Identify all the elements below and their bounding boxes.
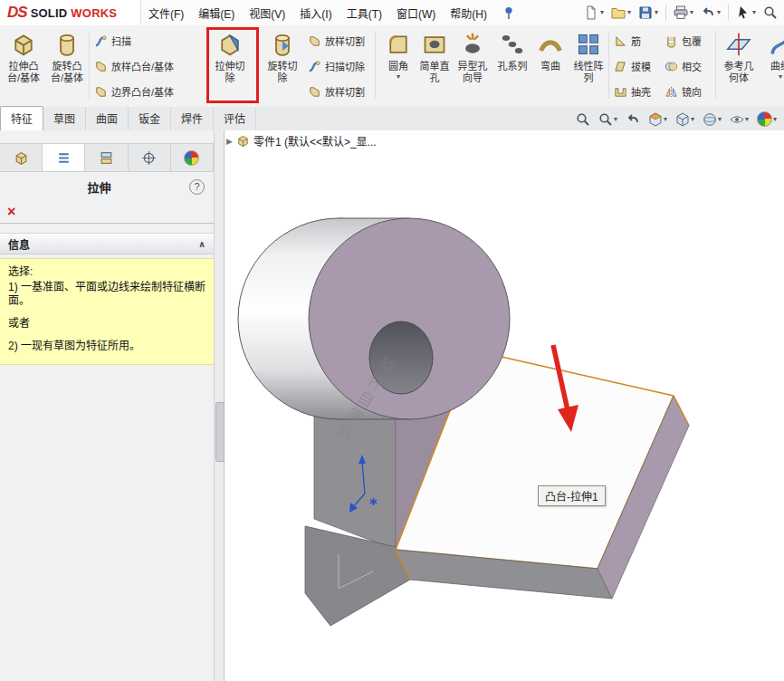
select-button[interactable]: ▾	[733, 4, 759, 22]
panel-scrollbar[interactable]	[214, 130, 225, 681]
zoom-to-fit-button[interactable]	[574, 111, 592, 128]
hole-series-button[interactable]: 孔系列	[492, 28, 532, 104]
menu-window[interactable]: 窗口(W)	[389, 2, 443, 24]
dimxpert-manager-tab[interactable]	[129, 144, 171, 171]
print-button[interactable]: ▾	[671, 4, 696, 22]
flex-button[interactable]: 弯曲	[531, 28, 570, 104]
edit-appearance-button[interactable]: ▾	[755, 110, 779, 128]
reference-geometry-icon	[726, 28, 751, 61]
display-manager-tab[interactable]	[171, 144, 214, 171]
feature-tree-flyout[interactable]: ▶ 零件1 (默认<<默认>_显...	[226, 133, 377, 149]
toolbar-separator	[728, 5, 729, 21]
solidworks-logo: DS SOLIDWORKS	[0, 0, 141, 25]
save-button[interactable]: ▾	[636, 4, 661, 22]
dropdown-arrow-icon[interactable]: ▾	[627, 9, 631, 16]
feature-manager-tab[interactable]	[0, 144, 43, 171]
zoom-button[interactable]	[760, 4, 780, 22]
revolved-cut-button[interactable]: 旋转切 除	[263, 28, 302, 104]
button-label: 线性阵	[574, 61, 604, 72]
view-orientation-button[interactable]: ▾	[674, 111, 696, 128]
menu-view[interactable]: 视图(V)	[242, 2, 292, 24]
model-3d[interactable]	[238, 218, 689, 626]
open-button[interactable]: ▾	[608, 4, 634, 22]
rib-item[interactable]: 筋	[614, 30, 661, 52]
intersect-item[interactable]: 相交	[664, 55, 715, 77]
menu-help[interactable]: 帮助(H)	[443, 2, 494, 24]
heads-up-view-toolbar: ▾ ▾ ▾ ▾ ▾ ▾	[574, 110, 784, 130]
section-view-button[interactable]: ▾	[646, 111, 669, 128]
tab-weldments[interactable]: 焊件	[171, 107, 214, 130]
ribbon-separator	[89, 32, 90, 99]
dropdown-arrow-icon[interactable]: ▾	[691, 116, 694, 123]
menu-edit[interactable]: 编辑(E)	[191, 2, 242, 24]
printer-icon	[674, 5, 688, 20]
menu-insert[interactable]: 插入(I)	[292, 2, 339, 24]
lofted-cut-item[interactable]: 放样切割	[308, 30, 380, 52]
boundary-cut-item[interactable]: 放样切割	[308, 81, 380, 102]
extruded-boss-button[interactable]: 拉伸凸 台/基体	[4, 28, 43, 104]
dropdown-arrow-icon[interactable]: ▾	[717, 9, 721, 16]
dropdown-arrow-icon[interactable]: ▾	[779, 72, 782, 81]
lofted-boss-item[interactable]: 放样凸台/基体	[94, 55, 205, 77]
reference-geometry-button[interactable]: 参考几 何体	[719, 28, 759, 104]
dropdown-arrow-icon[interactable]: ▾	[745, 116, 749, 123]
fillet-button[interactable]: 圆角 ▾	[378, 28, 418, 104]
hole-wizard-button[interactable]: 异型孔 向导	[453, 28, 492, 104]
tab-evaluate[interactable]: 评估	[214, 107, 256, 130]
item-label: 边界凸台/基体	[111, 84, 174, 99]
revolved-boss-button[interactable]: 旋转凸 台/基体	[47, 28, 87, 104]
model-leg-face[interactable]	[314, 408, 396, 550]
boundary-boss-item[interactable]: 边界凸台/基体	[94, 81, 205, 102]
mirror-item[interactable]: 镜向	[664, 81, 715, 102]
draft-item[interactable]: 拔模	[614, 55, 661, 77]
simple-hole-button[interactable]: 简单直 孔	[415, 28, 454, 104]
dropdown-arrow-icon[interactable]: ▾	[600, 9, 604, 16]
previous-view-button[interactable]	[624, 111, 642, 128]
button-label: 孔系列	[498, 61, 528, 72]
info-section-header[interactable]: 信息 ∧	[0, 233, 214, 254]
dropdown-arrow-icon[interactable]: ▾	[655, 9, 658, 16]
display-style-button[interactable]: ▾	[701, 111, 723, 128]
dropdown-arrow-icon[interactable]: ▾	[752, 9, 756, 16]
scrollbar-thumb[interactable]	[215, 402, 225, 462]
curves-button[interactable]: 曲线 ▾	[760, 28, 784, 104]
new-document-button[interactable]: ▾	[581, 4, 607, 22]
tab-surfaces[interactable]: 曲面	[86, 107, 129, 130]
tab-sheet-metal[interactable]: 钣金	[129, 107, 171, 130]
collapse-chevron-icon[interactable]: ∧	[198, 239, 206, 249]
menu-tools[interactable]: 工具(T)	[339, 2, 389, 24]
property-manager-panel: 拉伸 ? × 信息 ∧ 选择: 1) 一基准面、平面或边线来绘制特征横断面。 或…	[0, 130, 214, 681]
ribbon-separator	[715, 32, 716, 99]
zoom-area-button[interactable]: ▾	[597, 111, 619, 128]
dropdown-arrow-icon[interactable]: ▾	[690, 9, 693, 16]
hide-show-items-button[interactable]: ▾	[728, 111, 751, 128]
menu-file[interactable]: 文件(F)	[141, 2, 191, 24]
property-manager-tab[interactable]	[43, 144, 85, 171]
tree-root-label[interactable]: 零件1 (默认<<默认>_显...	[253, 133, 377, 149]
dropdown-arrow-icon[interactable]: ▾	[614, 116, 617, 123]
simple-hole-icon	[422, 28, 447, 61]
swept-boss-item[interactable]: 扫描	[94, 30, 205, 52]
model-hole[interactable]	[369, 321, 433, 394]
tab-sketch[interactable]: 草图	[43, 107, 86, 130]
help-icon[interactable]: ?	[189, 179, 205, 195]
item-label: 拔模	[631, 59, 651, 73]
linear-pattern-button[interactable]: 线性阵 列	[569, 28, 608, 104]
swept-cut-item[interactable]: 扫描切除	[308, 55, 380, 77]
magnifier-icon	[576, 112, 590, 127]
undo-button[interactable]: ▾	[698, 4, 723, 22]
dropdown-arrow-icon[interactable]: ▾	[664, 116, 667, 123]
intersect-icon	[664, 60, 678, 73]
dropdown-arrow-icon[interactable]: ▾	[773, 116, 777, 123]
close-icon[interactable]: ×	[7, 205, 15, 219]
model-scene[interactable]: ∗	[225, 130, 784, 681]
dropdown-arrow-icon[interactable]: ▾	[397, 72, 400, 81]
tree-expand-arrow-icon[interactable]: ▶	[226, 137, 233, 146]
dropdown-arrow-icon[interactable]: ▾	[718, 116, 722, 123]
configuration-manager-tab[interactable]	[85, 144, 128, 171]
graphics-viewport[interactable]: ∗ ▶ 零件1 (默认<<默认>_显... 软件自学网 凸台-拉伸1	[225, 130, 784, 681]
pin-menu-icon[interactable]	[500, 4, 518, 22]
wrap-item[interactable]: 包覆	[664, 30, 715, 52]
shell-item[interactable]: 抽壳	[614, 81, 661, 102]
tab-features[interactable]: 特征	[0, 106, 43, 131]
